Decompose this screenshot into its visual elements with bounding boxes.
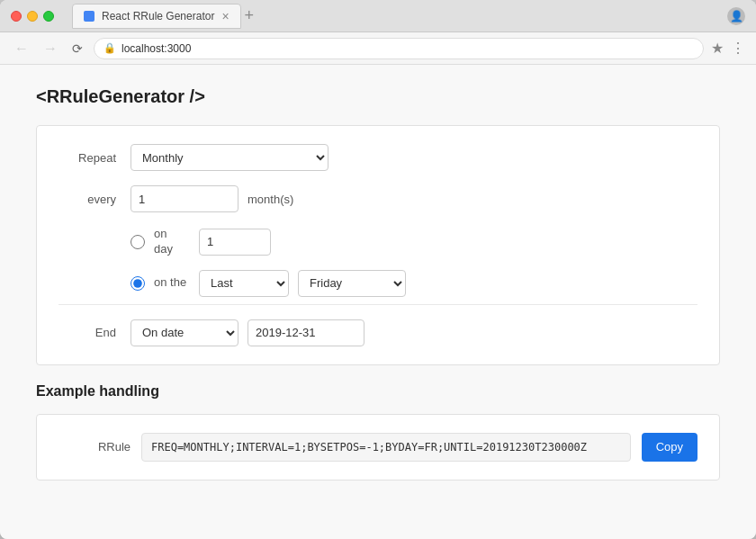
rrule-value: FREQ=MONTHLY;INTERVAL=1;BYSETPOS=-1;BYDA… bbox=[141, 433, 631, 462]
every-controls: month(s) bbox=[130, 185, 698, 212]
maximize-button[interactable] bbox=[43, 11, 54, 22]
section-divider bbox=[58, 304, 698, 305]
repeat-label: Repeat bbox=[58, 151, 130, 165]
unit-label: month(s) bbox=[248, 193, 293, 206]
example-section: Example handling RRule FREQ=MONTHLY;INTE… bbox=[36, 383, 720, 481]
on-the-row: on the First Second Third Fourth Last Mo… bbox=[130, 270, 698, 297]
end-controls: Never After On date bbox=[130, 319, 698, 346]
every-row: every month(s) bbox=[58, 185, 698, 212]
day-of-week-select[interactable]: Monday Tuesday Wednesday Thursday Friday… bbox=[298, 270, 406, 297]
new-tab-button[interactable]: + bbox=[245, 6, 255, 25]
tab-bar: React RRule Generator × + bbox=[72, 4, 720, 29]
example-title: Example handling bbox=[36, 383, 720, 400]
monthly-options: onday on the First Second Third Fourth L… bbox=[130, 227, 698, 297]
day-number-input bbox=[199, 229, 271, 256]
page-title: <RRuleGenerator /> bbox=[36, 86, 720, 107]
end-date-input[interactable] bbox=[248, 319, 364, 346]
on-day-label: onday bbox=[154, 227, 190, 257]
refresh-button[interactable]: ⟳ bbox=[68, 40, 86, 57]
repeat-controls: Yearly Monthly Weekly Daily Hourly Minut… bbox=[130, 144, 698, 171]
interval-input[interactable] bbox=[130, 185, 238, 212]
rrule-form-card: Repeat Yearly Monthly Weekly Daily Hourl… bbox=[36, 125, 720, 365]
on-day-row: onday bbox=[130, 227, 698, 257]
menu-icon[interactable]: ⋮ bbox=[731, 40, 745, 57]
rrule-label: RRule bbox=[58, 440, 130, 454]
profile-icon[interactable]: 👤 bbox=[727, 7, 745, 25]
tab-title: React RRule Generator bbox=[102, 10, 214, 22]
forward-button[interactable]: → bbox=[40, 40, 61, 58]
copy-button[interactable]: Copy bbox=[642, 433, 698, 462]
browser-tab[interactable]: React RRule Generator × bbox=[72, 4, 241, 29]
end-type-select[interactable]: Never After On date bbox=[130, 319, 238, 346]
nav-right-icons: ★ ⋮ bbox=[711, 40, 745, 57]
nav-bar: ← → ⟳ 🔒 localhost:3000 ★ ⋮ bbox=[0, 32, 756, 65]
back-button[interactable]: ← bbox=[11, 40, 32, 58]
repeat-select[interactable]: Yearly Monthly Weekly Daily Hourly Minut… bbox=[130, 144, 328, 171]
browser-window: React RRule Generator × + 👤 ← → ⟳ 🔒 loca… bbox=[0, 0, 756, 539]
bookmark-icon[interactable]: ★ bbox=[711, 40, 724, 57]
address-bar[interactable]: 🔒 localhost:3000 bbox=[94, 38, 704, 59]
every-label: every bbox=[58, 193, 130, 206]
page-content: <RRuleGenerator /> Repeat Yearly Monthly… bbox=[0, 65, 756, 539]
title-bar: React RRule Generator × + 👤 bbox=[0, 0, 756, 32]
lock-icon: 🔒 bbox=[104, 42, 116, 54]
tab-close-button[interactable]: × bbox=[221, 10, 229, 22]
rrule-output-card: RRule FREQ=MONTHLY;INTERVAL=1;BYSETPOS=-… bbox=[36, 414, 720, 481]
tab-favicon bbox=[84, 11, 94, 22]
on-the-label: on the bbox=[154, 275, 190, 291]
end-row: End Never After On date bbox=[58, 319, 698, 346]
close-button[interactable] bbox=[11, 11, 22, 22]
window-controls: 👤 bbox=[727, 7, 745, 25]
end-label: End bbox=[58, 326, 130, 339]
traffic-lights bbox=[11, 11, 54, 22]
repeat-row: Repeat Yearly Monthly Weekly Daily Hourl… bbox=[58, 144, 698, 171]
on-day-radio[interactable] bbox=[130, 235, 145, 249]
url-text: localhost:3000 bbox=[122, 42, 191, 55]
on-the-radio[interactable] bbox=[130, 276, 145, 291]
minimize-button[interactable] bbox=[27, 11, 38, 22]
position-select[interactable]: First Second Third Fourth Last bbox=[199, 270, 289, 297]
rrule-row: RRule FREQ=MONTHLY;INTERVAL=1;BYSETPOS=-… bbox=[58, 433, 698, 462]
